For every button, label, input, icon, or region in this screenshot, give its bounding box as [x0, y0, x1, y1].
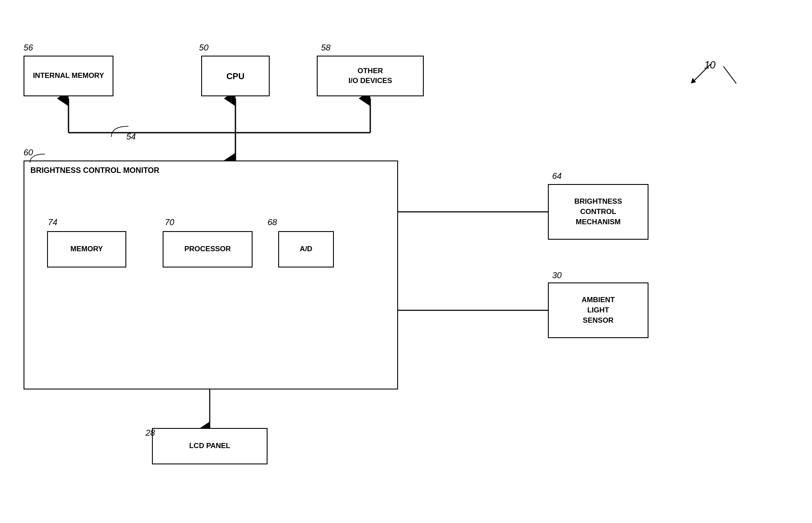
lcd-panel-box: LCD PANEL: [152, 428, 268, 464]
ref-74: 74: [48, 217, 57, 227]
ref-64: 64: [552, 171, 562, 181]
brightness-control-mechanism-box: BRIGHTNESSCONTROLMECHANISM: [548, 184, 648, 240]
diagram-container: INTERNAL MEMORY CPU OTHERI/O DEVICES BRI…: [0, 0, 812, 523]
ref-58: 58: [321, 43, 330, 53]
ref-50: 50: [199, 43, 208, 53]
memory-box: MEMORY: [47, 231, 126, 267]
ambient-light-sensor-box: AMBIENTLIGHTSENSOR: [548, 282, 648, 338]
svg-marker-27: [691, 78, 696, 83]
ad-box: A/D: [278, 231, 334, 267]
ref-10-arrow: [685, 60, 719, 86]
other-io-box: OTHERI/O DEVICES: [317, 56, 424, 96]
ref-28: 28: [146, 428, 155, 438]
ref-68: 68: [268, 217, 277, 227]
cpu-box: CPU: [201, 56, 270, 96]
brightness-control-monitor-box: BRIGHTNESS CONTROL MONITOR: [24, 160, 398, 389]
ref-56: 56: [24, 43, 33, 53]
svg-line-26: [693, 64, 711, 81]
ref-60-curve: [28, 152, 54, 167]
ref-30: 30: [552, 270, 562, 280]
svg-line-25: [723, 66, 736, 83]
ref-54-curve: [103, 124, 146, 141]
ref-70: 70: [165, 217, 174, 227]
internal-memory-box: INTERNAL MEMORY: [24, 56, 113, 96]
processor-box: PROCESSOR: [163, 231, 253, 267]
